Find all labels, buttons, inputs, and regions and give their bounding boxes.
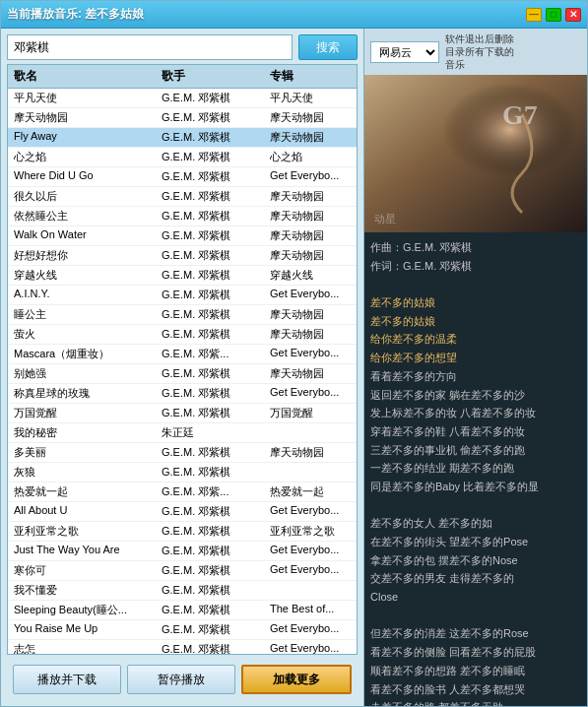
song-name: Fly Away [8,128,156,147]
song-artist: G.E.M. 邓紫棋 [156,561,264,580]
song-name: 寒你可 [8,561,156,580]
table-row[interactable]: 心之焰 G.E.M. 邓紫棋 心之焰 [8,148,357,167]
table-row[interactable]: 摩天动物园 G.E.M. 邓紫棋 摩天动物园 [8,108,357,128]
table-row[interactable]: Walk On Water G.E.M. 邓紫棋 摩天动物园 [8,226,357,246]
album-art-image: G7 动星 [364,75,587,232]
search-input[interactable] [7,34,293,60]
table-row[interactable]: All About U G.E.M. 邓紫棋 Get Everybo... [8,502,357,522]
table-row[interactable]: 热爱就一起 G.E.M. 邓紫... 热爱就一起 [8,482,357,502]
table-row[interactable]: 寒你可 G.E.M. 邓紫棋 Get Everybo... [8,561,357,581]
song-list-container: 歌名 歌手 专辑 平凡天使 G.E.M. 邓紫棋 平凡天使 摩天动物园 G.E.… [7,64,358,655]
song-artist: G.E.M. 邓紫棋 [156,640,264,654]
song-album: 亚利亚常之歌 [264,522,357,541]
table-row[interactable]: 很久以后 G.E.M. 邓紫棋 摩天动物园 [8,187,357,207]
lyrics-line [370,607,581,625]
table-row[interactable]: 睡公主 G.E.M. 邓紫棋 摩天动物园 [8,305,357,325]
song-name: 穿越火线 [8,266,156,285]
song-album [264,581,357,600]
song-name: 平凡天使 [8,89,156,107]
song-album: Get Everybo... [264,640,357,654]
song-album [264,423,357,442]
lyrics-credit: 作曲：G.E.M. 邓紫棋 [370,238,581,257]
table-row[interactable]: 穿越火线 G.E.M. 邓紫棋 穿越火线 [8,266,357,286]
platform-select[interactable]: 网易云QQ音乐酷狗 [370,41,439,63]
lyrics-line: 发上标差不多的妆 八着差不多的妆 [370,404,581,422]
table-row[interactable]: 我不懂爱 G.E.M. 邓紫棋 [8,581,357,601]
table-row[interactable]: 萤火 G.E.M. 邓紫棋 摩天动物园 [8,325,357,345]
song-name: 万国觉醒 [8,404,156,422]
song-name: Just The Way You Are [8,542,156,560]
play-download-button[interactable]: 播放并下载 [13,665,121,694]
song-artist: G.E.M. 邓紫棋 [156,601,264,619]
song-artist: G.E.M. 邓紫棋 [156,89,264,107]
table-row[interactable]: 平凡天使 G.E.M. 邓紫棋 平凡天使 [8,89,357,108]
table-row[interactable]: 我的秘密 朱正廷 [8,423,357,443]
song-name: All About U [8,502,156,521]
table-row[interactable]: 别她强 G.E.M. 邓紫棋 摩天动物园 [8,364,357,384]
table-row[interactable]: 称真星球的玫瑰 G.E.M. 邓紫棋 Get Everybo... [8,384,357,404]
table-row[interactable]: 多美丽 G.E.M. 邓紫棋 摩天动物园 [8,443,357,463]
song-name: You Raise Me Up [8,620,156,639]
table-row[interactable]: You Raise Me Up G.E.M. 邓紫棋 Get Everybo..… [8,620,357,640]
song-artist: G.E.M. 邓紫棋 [156,502,264,521]
lyrics-line: Close [370,588,581,607]
song-album: 平凡天使 [264,89,357,107]
song-artist: G.E.M. 邓紫... [156,482,264,501]
song-artist: G.E.M. 邓紫棋 [156,463,264,482]
song-name: 热爱就一起 [8,482,156,501]
song-name: A.I.N.Y. [8,286,156,304]
close-button[interactable]: ✕ [565,8,581,22]
minimize-button[interactable]: — [526,8,542,22]
song-list[interactable]: 平凡天使 G.E.M. 邓紫棋 平凡天使 摩天动物园 G.E.M. 邓紫棋 摩天… [8,89,357,654]
song-album: Get Everybo... [264,167,357,186]
song-album: 穿越火线 [264,266,357,285]
title-bar: 当前播放音乐: 差不多姑娘 — □ ✕ [1,1,587,29]
song-artist: G.E.M. 邓紫棋 [156,207,264,225]
table-row[interactable]: 灰狼 G.E.M. 邓紫棋 [8,463,357,482]
table-row[interactable]: 亚利亚常之歌 G.E.M. 邓紫棋 亚利亚常之歌 [8,522,357,542]
song-album: Get Everybo... [264,345,357,363]
load-more-button[interactable]: 加载更多 [241,665,352,694]
song-album: 摩天动物园 [264,187,357,206]
bottom-bar: 播放并下载 暂停播放 加载更多 [7,659,358,700]
table-row[interactable]: 好想好想你 G.E.M. 邓紫棋 摩天动物园 [8,246,357,266]
table-row[interactable]: 志怎 G.E.M. 邓紫棋 Get Everybo... [8,640,357,654]
song-artist: G.E.M. 邓紫棋 [156,266,264,285]
table-row[interactable]: 依然睡公主 G.E.M. 邓紫棋 摩天动物园 [8,207,357,226]
search-button[interactable]: 搜索 [298,34,358,60]
table-row[interactable]: 万国觉醒 G.E.M. 邓紫棋 万国觉醒 [8,404,357,423]
song-name: 别她强 [8,364,156,383]
table-row[interactable]: Just The Way You Are G.E.M. 邓紫棋 Get Ever… [8,542,357,561]
table-row[interactable]: A.I.N.Y. G.E.M. 邓紫棋 Get Everybo... [8,286,357,305]
song-name: 灰狼 [8,463,156,482]
maximize-button[interactable]: □ [546,8,561,22]
lyrics-song-title: 差不多的姑娘 [370,293,581,312]
right-top: 网易云QQ音乐酷狗 软件退出后删除 目录所有下载的 音乐 [364,29,587,75]
song-artist: G.E.M. 邓紫棋 [156,620,264,639]
song-album: 热爱就一起 [264,482,357,501]
song-name: 萤火 [8,325,156,344]
song-artist: G.E.M. 邓紫棋 [156,108,264,127]
song-name: 我不懂爱 [8,581,156,600]
album-cover-svg: G7 动星 [364,75,587,232]
delete-notice: 软件退出后删除 目录所有下载的 音乐 [439,32,581,71]
song-artist: G.E.M. 邓紫棋 [156,443,264,462]
song-album: Get Everybo... [264,542,357,560]
song-album: 摩天动物园 [264,364,357,383]
song-album: 摩天动物园 [264,128,357,147]
table-row[interactable]: Fly Away G.E.M. 邓紫棋 摩天动物园 [8,128,357,148]
song-artist: G.E.M. 邓紫棋 [156,542,264,560]
song-album: Get Everybo... [264,561,357,580]
lyrics-line: 给你差不多的想望 [370,349,581,367]
pause-button[interactable]: 暂停播放 [127,665,235,694]
main-window: 当前播放音乐: 差不多姑娘 — □ ✕ 搜索 歌名 歌手 专辑 [0,0,588,707]
lyrics-line: 一差不多的结业 期差不多的跑 [370,459,581,478]
song-artist: G.E.M. 邓紫... [156,345,264,363]
table-row[interactable]: Where Did U Go G.E.M. 邓紫棋 Get Everybo... [8,167,357,187]
table-row[interactable]: Sleeping Beauty(睡公... G.E.M. 邓紫棋 The Bes… [8,601,357,620]
song-artist: G.E.M. 邓紫棋 [156,128,264,147]
window-title: 当前播放音乐: 差不多姑娘 [7,6,144,23]
song-album: 摩天动物园 [264,246,357,265]
lyrics-line: 三差不多的事业机 偷差不多的跑 [370,441,581,460]
table-row[interactable]: Mascara（烟重妆） G.E.M. 邓紫... Get Everybo... [8,345,357,364]
